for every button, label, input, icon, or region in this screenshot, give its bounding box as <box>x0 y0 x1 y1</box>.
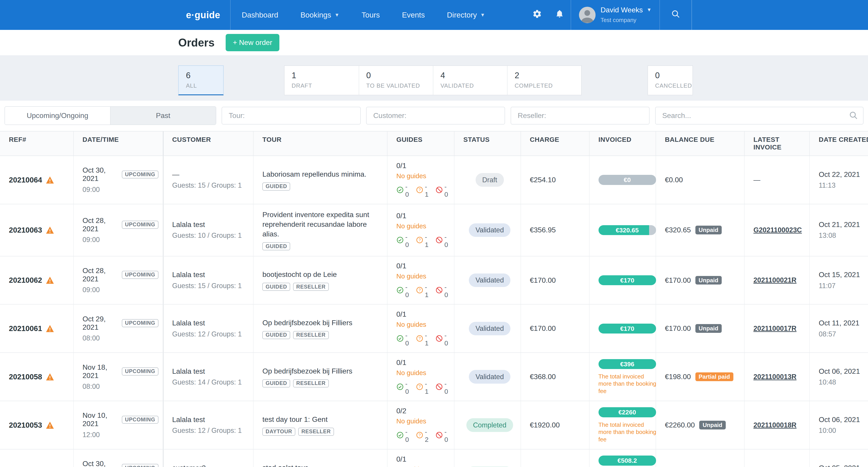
warning-icon <box>46 373 54 380</box>
app-logo[interactable]: e·guide <box>178 0 230 30</box>
status-card-draft[interactable]: 1DRAFT <box>284 66 359 95</box>
guide-declined-icon <box>436 186 443 195</box>
nav-item-dashboard[interactable]: Dashboard <box>230 0 289 30</box>
order-date: Nov 10, 2021 <box>83 411 118 428</box>
settings-button[interactable] <box>526 0 549 30</box>
nav-item-events[interactable]: Events <box>391 0 436 30</box>
svg-text:?: ? <box>418 433 421 437</box>
created-time: 10:00 <box>819 427 836 435</box>
tour-name: Provident inventore expedita sunt repreh… <box>262 210 382 239</box>
table-header-row: REF#DATE/TIMECUSTOMERTOURGUIDESSTATUSCHA… <box>0 131 868 156</box>
tour-type-badge: RESELLER <box>298 428 334 436</box>
status-card-count: 0 <box>655 71 692 80</box>
status-card-completed[interactable]: 2COMPLETED <box>507 66 581 95</box>
latest-invoice-link[interactable]: 2021100018R <box>753 421 797 429</box>
page-title: Orders <box>178 36 215 49</box>
column-header-status: STATUS <box>455 131 521 156</box>
latest-invoice-link[interactable]: G2021100023C <box>753 226 802 234</box>
user-menu[interactable]: David Weeks▼ Test company <box>571 6 659 24</box>
latest-invoice-link[interactable]: 2021100013R <box>753 373 797 381</box>
payment-status-badge: Unpaid <box>695 324 722 333</box>
search-input[interactable] <box>655 107 864 125</box>
tab-past[interactable]: Past <box>110 107 216 125</box>
new-order-button[interactable]: + New order <box>226 34 279 51</box>
customer-name: Lalala test <box>172 220 205 229</box>
table-row[interactable]: 20210064 Oct 30, 2021 UPCOMING 09:00 — G… <box>0 156 868 204</box>
status-badge: Validated <box>469 223 510 237</box>
tour-type-badge: GUIDED <box>262 183 290 191</box>
guides-note: No guides <box>397 222 426 230</box>
nav-item-directory[interactable]: Directory▼ <box>436 0 496 30</box>
balance-due-amount: €170.00 <box>665 324 691 333</box>
status-card-all[interactable]: 6 ALL <box>178 65 224 95</box>
nav-links: DashboardBookings▼ToursEventsDirectory▼ <box>230 0 496 30</box>
charge-amount: €1920.00 <box>530 421 560 429</box>
charge-amount: €368.00 <box>530 373 556 381</box>
column-header-invoiced: INVOICED <box>590 131 656 156</box>
created-date: Oct 21, 2021 <box>819 220 860 229</box>
guides-note: No guides <box>397 417 426 425</box>
balance-due-amount: €170.00 <box>665 276 691 284</box>
nav-divider <box>691 0 692 30</box>
guide-confirmed-icon <box>397 186 404 195</box>
page-header: Orders + New order <box>0 30 868 55</box>
warning-icon <box>46 325 54 332</box>
status-badge: Completed <box>466 418 513 432</box>
latest-invoice-link[interactable]: 2021100017R <box>753 324 797 333</box>
table-row[interactable]: 20210058 Nov 18, 2021 UPCOMING 08:00 Lal… <box>0 353 868 401</box>
customer-guests: Guests: 14 / Groups: 1 <box>172 378 242 386</box>
status-card-cancelled[interactable]: 0 CANCELLED <box>648 65 693 95</box>
charge-amount: €170.00 <box>530 276 556 284</box>
table-row[interactable]: 20210061 Oct 29, 2021 UPCOMING 08:00 Lal… <box>0 305 868 353</box>
guide-pending-icon: ? <box>416 432 423 440</box>
notifications-button[interactable] <box>549 0 571 30</box>
upcoming-badge: UPCOMING <box>122 221 158 229</box>
table-row[interactable]: 20210062 Oct 28, 2021 UPCOMING 09:00 Lal… <box>0 256 868 305</box>
created-date: Oct 15, 2021 <box>819 271 860 279</box>
reseller-filter-input[interactable] <box>510 107 650 125</box>
created-time: 11:07 <box>819 282 836 290</box>
table-row[interactable]: 20210053 Nov 10, 2021 UPCOMING 12:00 Lal… <box>0 401 868 449</box>
nav-item-bookings[interactable]: Bookings▼ <box>289 0 350 30</box>
order-date: Oct 30, 2021 <box>83 460 118 467</box>
status-badge: Validated <box>469 370 510 384</box>
order-ref: 20210061 <box>9 324 42 333</box>
customer-name: Lalala test <box>172 271 205 279</box>
chevron-down-icon: ▼ <box>647 6 652 14</box>
table-row[interactable]: 20210051 Oct 30, 2021 UPCOMING 09:00 cus… <box>0 449 868 467</box>
customer-guests: Guests: 12 / Groups: 1 <box>172 330 242 338</box>
guides-note: No guides <box>397 321 426 328</box>
svg-text:?: ? <box>418 288 421 292</box>
search-button[interactable] <box>660 0 691 30</box>
status-card-validated[interactable]: 4VALIDATED <box>433 66 507 95</box>
status-card-count: 4 <box>440 71 507 80</box>
balance-due-amount: €320.65 <box>665 226 691 234</box>
tour-name: Op bedrijfsbezoek bij Filliers <box>262 318 352 328</box>
tour-filter-input[interactable] <box>222 107 361 125</box>
guides-declined-count: - 0 <box>444 233 450 249</box>
charge-amount: €356.95 <box>530 226 556 234</box>
tour-name: stad aalst tour <box>262 463 307 467</box>
guides-declined-count: - 0 <box>444 380 450 395</box>
guides-pending-count: - 1 <box>425 332 430 347</box>
status-card-label: CANCELLED <box>655 83 692 89</box>
tour-type-badge: RESELLER <box>293 379 329 387</box>
nav-item-tours[interactable]: Tours <box>350 0 391 30</box>
order-time: 08:00 <box>83 334 100 342</box>
customer-filter-input[interactable] <box>366 107 505 125</box>
tab-upcoming-ongoing[interactable]: Upcoming/Ongoing <box>5 107 110 125</box>
table-row[interactable]: 20210063 Oct 28, 2021 UPCOMING 09:00 Lal… <box>0 204 868 256</box>
tour-type-badge: DAYTOUR <box>262 428 295 436</box>
latest-invoice-link[interactable]: 2021100021R <box>753 276 797 284</box>
status-card-count: 0 <box>366 71 433 80</box>
status-card-to-be-validated[interactable]: 0TO BE VALIDATED <box>359 66 433 95</box>
status-card-group: 1DRAFT0TO BE VALIDATED4VALIDATED2COMPLET… <box>284 65 582 95</box>
guide-declined-icon <box>436 286 443 295</box>
customer-guests: Guests: 10 / Groups: 1 <box>172 231 242 240</box>
latest-invoice-link[interactable]: — <box>753 176 761 184</box>
column-header-date-created: DATE CREATED <box>810 131 868 156</box>
column-header-customer: CUSTOMER <box>163 131 253 156</box>
balance-due-amount: €198.00 <box>665 373 691 381</box>
guides-confirmed-count: - 0 <box>405 428 410 443</box>
order-ref: 20210063 <box>9 226 42 235</box>
